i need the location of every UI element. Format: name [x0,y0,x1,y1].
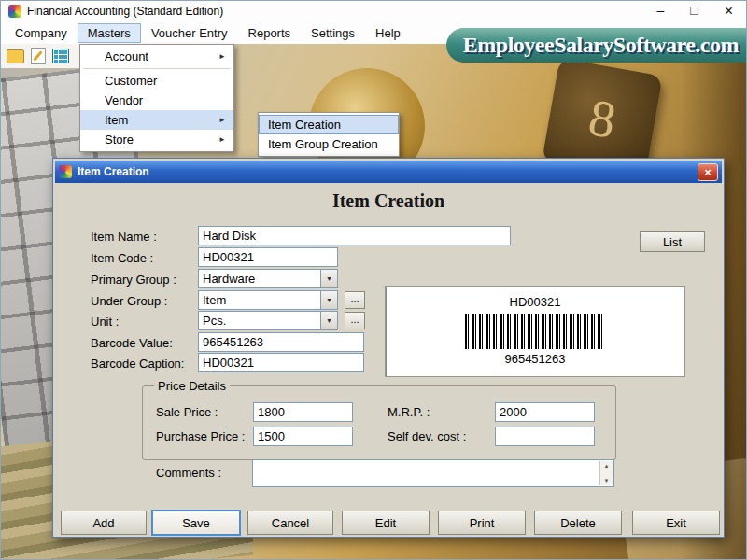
comments-scrollbar[interactable]: ▲ ▼ [599,461,613,485]
key-8-glyph: 8 [585,87,621,150]
menu-item-vendor[interactable]: Vendor [80,91,233,110]
menu-reports[interactable]: Reports [238,23,302,43]
self-dev-cost-label: Self dev. cost : [388,429,466,443]
self-dev-cost-input[interactable] [495,427,595,446]
menu-item-customer[interactable]: Customer [80,71,233,91]
price-details-legend: Price Details [154,379,230,393]
unit-browse-button[interactable]: ... [345,312,365,329]
maximize-button[interactable]: □ [690,4,698,19]
add-button[interactable]: Add [61,511,147,535]
barcode-caption-text: HD00321 [386,295,684,309]
toolbar [1,44,81,68]
price-details-group: Price Details Sale Price : M.R.P. : Purc… [142,385,616,460]
report-grid-icon[interactable] [52,49,69,63]
minimize-button[interactable]: – [656,4,664,19]
menu-item-store-label: Store [105,133,134,147]
menu-item-item-group-creation[interactable]: Item Group Creation [259,134,399,154]
menu-settings[interactable]: Settings [301,23,365,43]
item-code-label: Item Code : [91,251,153,265]
edit-button[interactable]: Edit [342,511,430,535]
menu-separator [83,68,231,69]
menu-item-item-label: Item [105,113,128,127]
exit-button[interactable]: Exit [632,511,720,535]
window-controls: – □ × [656,4,739,19]
dialog-icon [59,165,72,178]
submenu-arrow-icon: ► [218,135,226,144]
masters-dropdown-menu: Account ► Customer Vendor Item ► Store ► [79,44,234,152]
submenu-arrow-icon: ► [218,52,226,61]
purchase-price-input[interactable] [253,427,353,446]
dropdown-arrow-icon[interactable]: ▼ [320,270,337,287]
menu-item-customer-label: Customer [105,74,157,88]
menu-masters[interactable]: Masters [78,23,141,43]
under-group-value: Item [203,293,226,307]
menu-item-account-label: Account [105,49,148,63]
watermark-banner: EmployeeSalarySoftware.com [446,28,746,63]
menu-company[interactable]: Company [5,23,78,43]
comments-label: Comments : [156,466,221,480]
menu-item-item-creation[interactable]: Item Creation [259,115,399,134]
item-name-input[interactable] [198,226,511,245]
unit-select[interactable]: Pcs. ▼ [198,311,338,330]
close-button[interactable]: × [725,4,733,19]
save-button[interactable]: Save [151,510,241,536]
dialog-close-button[interactable]: × [698,163,718,181]
sale-price-label: Sale Price : [156,405,218,419]
under-group-label: Under Group : [91,294,167,308]
barcode-image [465,314,605,349]
unit-value: Pcs. [203,314,226,328]
dropdown-arrow-icon[interactable]: ▼ [320,312,337,329]
unit-label: Unit : [91,315,119,329]
primary-group-select[interactable]: Hardware ▼ [198,269,338,288]
delete-button[interactable]: Delete [534,511,622,535]
mrp-label: M.R.P. : [388,405,430,419]
item-submenu: Item Creation Item Group Creation [258,112,400,157]
print-button[interactable]: Print [438,511,526,535]
menu-help[interactable]: Help [365,23,411,43]
app-titlebar: Financial Accounting (Standard Edition) … [1,1,746,21]
menu-item-vendor-label: Vendor [105,93,143,107]
sale-price-input[interactable] [253,402,353,422]
mrp-input[interactable] [495,402,595,422]
menu-item-item[interactable]: Item ► [80,110,233,130]
menu-item-item-group-creation-label: Item Group Creation [268,137,378,151]
dropdown-arrow-icon[interactable]: ▼ [320,291,337,309]
dialog-heading: Item Creation [53,190,724,212]
item-code-input[interactable] [198,247,338,267]
barcode-caption-input[interactable] [198,353,364,372]
list-button[interactable]: List [640,231,705,252]
dialog-title: Item Creation [78,165,149,178]
menu-item-item-creation-label: Item Creation [268,118,341,132]
barcode-preview: HD00321 965451263 [385,286,685,377]
scroll-down-icon[interactable]: ▼ [604,478,610,483]
barcode-value-input[interactable] [198,332,364,352]
menu-voucher-entry[interactable]: Voucher Entry [141,23,238,43]
submenu-arrow-icon: ► [218,116,226,124]
primary-group-label: Primary Group : [91,273,176,287]
menu-item-account[interactable]: Account ► [80,47,233,66]
under-group-browse-button[interactable]: ... [345,291,365,309]
barcode-value-text: 965451263 [386,352,684,366]
barcode-value-label: Barcode Value: [91,336,173,350]
menu-item-store[interactable]: Store ► [80,130,233,149]
primary-group-value: Hardware [203,272,255,286]
comments-input[interactable] [252,459,614,487]
purchase-price-label: Purchase Price : [156,429,245,443]
item-name-label: Item Name : [91,230,157,244]
new-folder-icon[interactable] [7,49,24,63]
edit-icon[interactable] [31,48,46,64]
dialog-titlebar: Item Creation × [55,161,722,183]
cancel-button[interactable]: Cancel [247,511,333,535]
barcode-caption-label: Barcode Caption: [91,357,184,371]
scroll-up-icon[interactable]: ▲ [604,463,610,469]
under-group-select[interactable]: Item ▼ [198,290,338,310]
app-window: Financial Accounting (Standard Edition) … [0,0,747,560]
app-title: Financial Accounting (Standard Edition) [27,5,223,18]
app-icon [8,5,21,18]
item-creation-dialog: Item Creation × Item Creation Item Name … [52,158,725,538]
